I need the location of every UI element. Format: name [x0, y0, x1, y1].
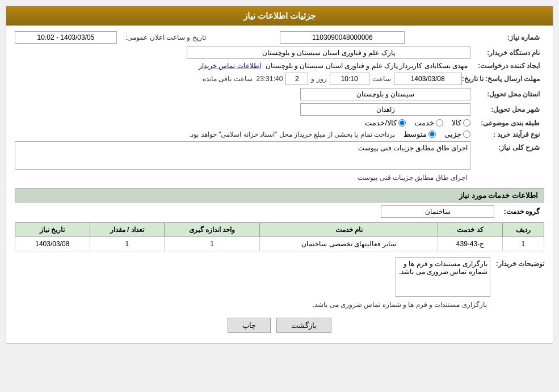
deadline-days: 2 — [285, 73, 308, 85]
city-label: شهر محل تحویل: — [470, 106, 544, 113]
content-area: شماره نیاز: 1103090048000006 تاریخ و ساع… — [6, 26, 553, 343]
category-service-label: خدمت — [414, 119, 434, 127]
need-desc-container: اجرای طاق مطابق جزیبات فنی پیوست — [15, 141, 470, 184]
need-desc-text: اجرای طاق مطابق جزیبات فنی پیوست — [15, 171, 470, 184]
process-partial-label: جزیی — [444, 130, 461, 138]
cell-row: 1 — [502, 237, 544, 251]
cell-unit: 1 — [164, 237, 259, 251]
col-quantity: تعداد / مقدار — [90, 223, 164, 237]
deadline-date: 1403/03/08 — [394, 73, 462, 85]
process-medium-radio[interactable] — [428, 130, 436, 138]
deadline-days-label: روز و — [311, 75, 326, 83]
back-button[interactable]: بازگشت — [276, 318, 331, 333]
category-goods-service-item: کالا/خدمت — [365, 119, 406, 127]
process-options: جزیی متوسط پرداخت تمام یا بخشی از مبلغ خ… — [189, 130, 470, 138]
service-group-row: گروه خدمت: ساختمان — [15, 205, 544, 218]
need-number-row: شماره نیاز: 1103090048000006 تاریخ و ساع… — [15, 31, 544, 44]
buyer-desc-area: توضیحات خریدار: بارگزاری مستندات و فرم ه… — [15, 257, 544, 311]
main-container: جزئیات اطلاعات نیاز شماره نیاز: 11030900… — [6, 6, 553, 344]
province-row: استان محل تحویل: سیستان و بلوچستان — [15, 88, 544, 100]
page-wrapper: جزئیات اطلاعات نیاز شماره نیاز: 11030900… — [0, 0, 559, 392]
service-group-value: ساختمان — [381, 205, 494, 218]
announcement-date-label: تاریخ و ساعت اعلان عمومی: — [125, 33, 206, 41]
page-title: جزئیات اطلاعات نیاز — [243, 11, 316, 20]
announcement-date-value: 1403/03/05 - 10:02 — [15, 31, 117, 44]
category-goods-label: کالا — [452, 119, 461, 127]
deadline-label: مهلت ارسال پاسخ: تا تاریخ: — [462, 75, 544, 83]
buyer-org-row: نام دستگاه خریدار: پارک علم و فناوری است… — [15, 47, 544, 59]
category-goods-radio[interactable] — [463, 119, 470, 127]
buyer-desc-textarea[interactable] — [396, 257, 490, 297]
process-partial-item: جزیی — [444, 130, 470, 138]
col-row: ردیف — [502, 223, 544, 237]
need-number-value-cell: 1103090048000006 — [215, 31, 470, 44]
category-goods-item: کالا — [452, 119, 470, 127]
col-service-name: نام خدمت — [260, 223, 438, 237]
requestor-value: مهدی بسکابادی کاربرداز پارک علم و فناوری… — [266, 62, 468, 70]
cell-date: 1403/03/08 — [15, 237, 90, 251]
cell-service-name: سایر فعالیتهای تخصصی ساختمان — [260, 237, 438, 251]
deadline-time: 10:10 — [330, 73, 369, 85]
need-desc-textarea[interactable] — [15, 141, 470, 170]
process-type-label: نوع فرآیند خرید : — [470, 130, 544, 138]
category-service-item: خدمت — [414, 119, 443, 127]
category-label: طبقه بندی موضوعی: — [470, 119, 544, 127]
need-number-label: شماره نیاز: — [470, 33, 544, 41]
category-row: طبقه بندی موضوعی: کالا خدمت کالا/خدمت — [15, 119, 544, 127]
requestor-row: ایجاد کننده درخواست: مهدی بسکابادی کاربر… — [15, 62, 544, 70]
services-table: ردیف کد خدمت نام خدمت واحد اندازه گیری ت… — [15, 222, 544, 251]
table-header-row: ردیف کد خدمت نام خدمت واحد اندازه گیری ت… — [15, 223, 544, 237]
buyer-desc-label: توضیحات خریدار: — [496, 257, 544, 268]
need-desc-label: شرح کلی نیاز: — [470, 141, 544, 151]
col-unit: واحد اندازه گیری — [164, 223, 259, 237]
print-button[interactable]: چاپ — [228, 318, 271, 333]
deadline-row: مهلت ارسال پاسخ: تا تاریخ: 1403/03/08 سا… — [15, 73, 544, 85]
cell-quantity: 1 — [90, 237, 164, 251]
table-row: 1 ج-43-439 سایر فعالیتهای تخصصی ساختمان … — [15, 237, 544, 251]
buyer-desc-container: بارگزاری مستندات و فرم ها و شماره تماس ض… — [15, 257, 490, 311]
category-goods-service-label: کالا/خدمت — [365, 119, 397, 127]
col-date: تاریخ نیاز — [15, 223, 90, 237]
deadline-remaining-label: ساعت باقی مانده — [203, 75, 253, 83]
col-service-code: کد خدمت — [438, 223, 502, 237]
cell-service-code: ج-43-439 — [438, 237, 502, 251]
process-partial-radio[interactable] — [463, 130, 470, 138]
requestor-label: ایجاد کننده درخواست: — [470, 62, 544, 70]
process-medium-label: متوسط — [404, 130, 427, 138]
need-number-value: 1103090048000006 — [280, 31, 405, 44]
services-section-title: اطلاعات خدمات مورد نیاز — [15, 188, 544, 203]
process-type-row: نوع فرآیند خرید : جزیی متوسط پرداخت تمام… — [15, 130, 544, 138]
deadline-remaining: 23:31:40 — [257, 75, 283, 83]
province-label: استان محل تحویل: — [470, 90, 544, 98]
category-service-radio[interactable] — [436, 119, 443, 127]
category-options: کالا خدمت کالا/خدمت — [365, 119, 470, 127]
buyer-org-label: نام دستگاه خریدار: — [470, 49, 544, 57]
deadline-time-label: ساعت — [372, 75, 391, 83]
contact-link[interactable]: اطلاعات تماس خریدار — [199, 62, 261, 70]
need-desc-row: شرح کلی نیاز: اجرای طاق مطابق جزیبات فنی… — [15, 141, 544, 184]
page-header: جزئیات اطلاعات نیاز — [6, 6, 553, 26]
buyer-desc-text: بارگزاری مستندات و فرم ها و شماره تماس ض… — [15, 298, 490, 311]
process-medium-item: متوسط — [404, 130, 436, 138]
city-row: شهر محل تحویل: زاهدان — [15, 103, 544, 116]
buttons-row: بازگشت چاپ — [15, 318, 544, 333]
city-value: زاهدان — [300, 103, 470, 116]
buyer-org-value: پارک علم و فناوری استان سیستان و بلوچستا… — [187, 47, 470, 59]
province-value: سیستان و بلوچستان — [300, 88, 470, 100]
category-goods-service-radio[interactable] — [398, 119, 406, 127]
service-group-label: گروه خدمت: — [499, 208, 544, 216]
process-type-desc: پرداخت تمام یا بخشی از مبلغ خریداز محل "… — [189, 130, 395, 138]
